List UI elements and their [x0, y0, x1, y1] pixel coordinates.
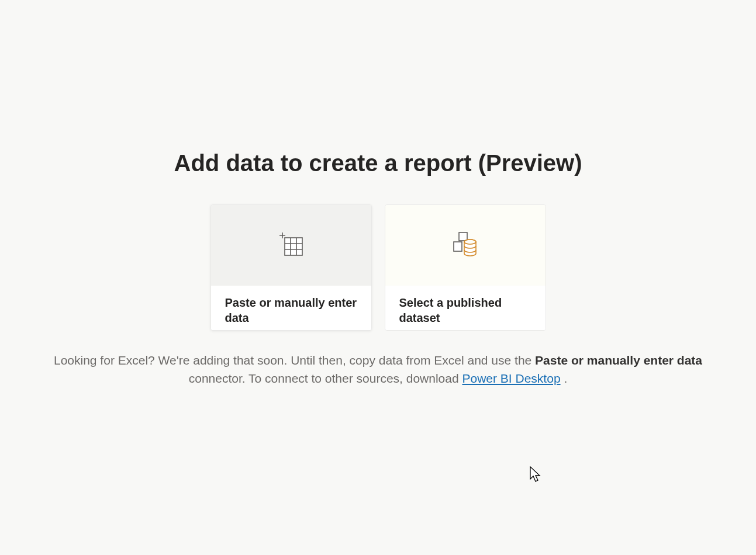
- add-data-panel: Add data to create a report (Preview): [0, 150, 756, 387]
- description-text: Looking for Excel? We're adding that soo…: [16, 352, 741, 387]
- cursor-icon: [530, 466, 541, 483]
- description-part2: connector. To connect to other sources, …: [189, 372, 462, 385]
- svg-point-10: [464, 240, 476, 244]
- paste-data-label: Paste or manually enter data: [225, 295, 357, 325]
- description-bold: Paste or manually enter data: [535, 353, 702, 367]
- select-dataset-icon-area: [385, 205, 546, 286]
- page-title: Add data to create a report (Preview): [174, 150, 582, 176]
- paste-data-card[interactable]: Paste or manually enter data: [210, 204, 372, 331]
- select-dataset-card[interactable]: Select a published dataset: [385, 204, 546, 331]
- svg-rect-7: [459, 233, 467, 241]
- svg-rect-2: [285, 238, 302, 255]
- svg-rect-8: [454, 242, 462, 251]
- description-part1: Looking for Excel? We're adding that soo…: [54, 353, 535, 367]
- select-dataset-label: Select a published dataset: [399, 295, 531, 325]
- paste-data-icon-area: [211, 205, 371, 286]
- dataset-icon: [450, 229, 481, 262]
- cards-row: Paste or manually enter data: [210, 204, 546, 331]
- table-plus-icon: [278, 231, 305, 260]
- description-part3: .: [564, 372, 567, 385]
- power-bi-desktop-link[interactable]: Power BI Desktop: [462, 372, 560, 385]
